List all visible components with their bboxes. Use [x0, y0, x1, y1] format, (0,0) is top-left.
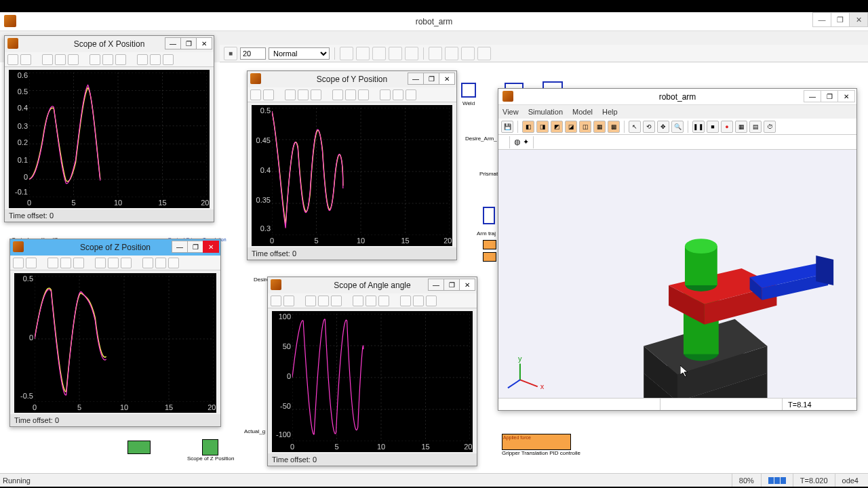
block-prismatic[interactable] — [483, 207, 495, 224]
zoom-y-icon[interactable] — [331, 296, 342, 306]
float-icon[interactable] — [400, 296, 411, 306]
pan-icon[interactable]: ✥ — [657, 121, 669, 133]
signal-icon[interactable] — [168, 258, 179, 268]
print-icon[interactable] — [7, 54, 18, 65]
tb-icon[interactable] — [477, 47, 491, 60]
params-icon[interactable] — [26, 258, 37, 268]
signal-icon[interactable] — [406, 89, 416, 100]
lock-icon[interactable] — [413, 296, 424, 306]
tb-icon[interactable] — [340, 47, 353, 60]
mech-menubar[interactable]: View Simulation Model Help — [498, 105, 856, 119]
cube-icon[interactable]: ◩ — [551, 121, 563, 133]
menu-help[interactable]: Help — [602, 108, 618, 116]
signal-icon[interactable] — [426, 296, 437, 306]
3d-viewport[interactable]: x y — [498, 150, 856, 398]
zoom-x-icon[interactable] — [55, 54, 66, 65]
tb-icon[interactable] — [372, 47, 386, 60]
globe-icon[interactable]: ◍ — [514, 138, 521, 146]
stop-button[interactable]: ■ — [224, 47, 237, 60]
cube-icon[interactable]: ▩ — [608, 121, 620, 133]
scope-y-window[interactable]: Scope of Y Position —❐✕ 0.50.45 0.40.35 … — [247, 70, 457, 260]
float-icon[interactable] — [380, 89, 391, 100]
zoom-y-icon[interactable] — [311, 89, 321, 100]
menu-simulation[interactable]: Simulation — [528, 108, 563, 116]
zoom-y-icon[interactable] — [68, 54, 79, 65]
lock-icon[interactable] — [155, 258, 166, 268]
minimize-button[interactable]: — — [804, 90, 821, 102]
maximize-button[interactable]: ❐ — [443, 279, 460, 291]
pointer-icon[interactable]: ↖ — [629, 121, 641, 133]
lock-icon[interactable] — [393, 89, 403, 100]
cube-icon[interactable]: ◧ — [522, 121, 534, 133]
tb-icon[interactable] — [461, 47, 475, 60]
block-scope-z[interactable] — [202, 439, 218, 455]
block-pid[interactable]: Applied force — [502, 434, 571, 450]
restore-axes-icon[interactable] — [115, 54, 126, 65]
maximize-button[interactable]: ❐ — [180, 37, 197, 49]
save-axes-icon[interactable] — [102, 54, 113, 65]
close-button[interactable]: ✕ — [459, 279, 475, 291]
axes-icon[interactable]: ✦ — [523, 138, 529, 146]
cube-icon[interactable]: ◫ — [579, 121, 591, 133]
cube-icon[interactable]: ◨ — [536, 121, 549, 133]
main-titlebar[interactable]: robot_arm — ❐ ✕ — [0, 12, 868, 31]
close-button[interactable]: ✕ — [439, 73, 455, 85]
signal-icon[interactable] — [163, 54, 174, 65]
zoom-icon[interactable]: 🔍 — [671, 121, 684, 133]
block-orange[interactable] — [483, 240, 496, 249]
close-button[interactable]: ✕ — [849, 12, 868, 27]
lock-icon[interactable] — [150, 54, 161, 65]
maximize-button[interactable]: ❐ — [187, 241, 203, 253]
minimize-button[interactable]: — — [428, 279, 444, 291]
params-icon[interactable] — [263, 89, 274, 100]
save-icon[interactable]: 💾 — [501, 121, 513, 133]
zoom-icon[interactable] — [305, 296, 316, 306]
float-icon[interactable] — [142, 258, 153, 268]
scope-angle-window[interactable]: Scope of Angle angle —❐✕ 10050 0-50 -100… — [267, 277, 477, 466]
tb-icon[interactable] — [389, 47, 402, 60]
pause-icon[interactable]: ❚❚ — [692, 121, 705, 133]
zoom-y-icon[interactable] — [73, 258, 84, 268]
scope-z-window[interactable]: Scope of Z Position —❐✕ 0.5 0 -0.5 05 10… — [9, 239, 221, 427]
print-icon[interactable] — [271, 296, 281, 306]
menu-model[interactable]: Model — [572, 108, 593, 116]
minimize-button[interactable]: — — [172, 241, 188, 253]
block-green[interactable] — [127, 441, 151, 454]
zoom-x-icon[interactable] — [298, 89, 309, 100]
close-button[interactable]: ✕ — [196, 37, 212, 49]
zoom-icon[interactable] — [47, 258, 58, 268]
float-icon[interactable] — [137, 54, 148, 65]
print-icon[interactable] — [250, 89, 261, 100]
tb-icon[interactable] — [356, 47, 370, 60]
mechanics-explorer-window[interactable]: robot_arm —❐✕ View Simulation Model Help… — [498, 88, 857, 411]
cube-icon[interactable]: ◪ — [565, 121, 577, 133]
autoscale-icon[interactable] — [90, 54, 100, 65]
zoom-icon[interactable] — [42, 54, 53, 65]
tb-icon[interactable] — [405, 47, 418, 60]
restore-axes-icon[interactable] — [121, 258, 132, 268]
close-button[interactable]: ✕ — [203, 241, 219, 253]
zoom-x-icon[interactable] — [60, 258, 71, 268]
grid-icon[interactable]: ▦ — [735, 121, 747, 133]
rotate-icon[interactable]: ⟲ — [643, 121, 655, 133]
menu-view[interactable]: View — [502, 108, 519, 116]
print-icon[interactable] — [13, 258, 24, 268]
save-axes-icon[interactable] — [366, 296, 376, 306]
tb-icon[interactable] — [429, 47, 442, 60]
timer-icon[interactable]: ⏱ — [764, 121, 776, 133]
zoom-icon[interactable] — [285, 89, 296, 100]
cube-icon[interactable]: ▦ — [593, 121, 606, 133]
grid-icon[interactable]: ▤ — [749, 121, 762, 133]
save-axes-icon[interactable] — [108, 258, 119, 268]
restore-axes-icon[interactable] — [358, 89, 369, 100]
sim-mode-select[interactable]: Normal — [269, 47, 330, 60]
minimize-button[interactable]: — — [408, 73, 424, 85]
close-button[interactable]: ✕ — [837, 90, 855, 102]
autoscale-icon[interactable] — [353, 296, 363, 306]
params-icon[interactable] — [283, 296, 294, 306]
minimize-button[interactable]: — — [165, 37, 181, 49]
zoom-x-icon[interactable] — [318, 296, 329, 306]
scope-x-window[interactable]: Scope of X Position —❐✕ 0.60.5 0.40.3 0.… — [4, 35, 214, 222]
restore-axes-icon[interactable] — [378, 296, 389, 306]
params-icon[interactable] — [20, 54, 31, 65]
